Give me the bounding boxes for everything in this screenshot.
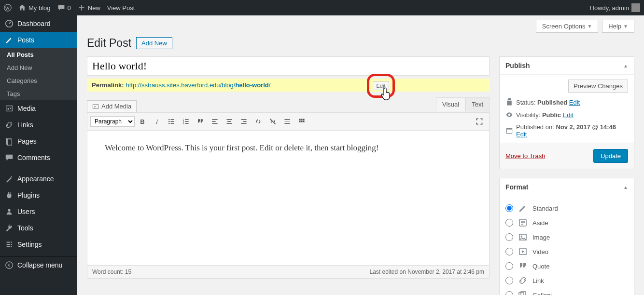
svg-point-6 <box>8 209 10 212</box>
menu-comments[interactable]: Comments <box>0 149 77 166</box>
toolbar-toggle-button[interactable] <box>295 115 308 128</box>
screen-options-button[interactable]: Screen Options ▼ <box>536 20 599 33</box>
editor-content[interactable]: Welcome to WordPress. This is your first… <box>87 131 490 266</box>
chevron-up-icon: ▲ <box>623 185 628 190</box>
blockquote-button[interactable] <box>194 115 207 128</box>
format-radio[interactable] <box>505 233 513 241</box>
site-link[interactable]: My blog <box>18 4 51 12</box>
format-option-gallery[interactable]: Gallery <box>505 288 628 295</box>
permalink-link[interactable]: http://sstrauss.sites.haverford.edu/blog… <box>126 81 270 89</box>
read-more-button[interactable] <box>280 115 294 128</box>
menu-plugins[interactable]: Plugins <box>0 187 77 203</box>
bold-button[interactable]: B <box>136 115 149 128</box>
main-content: Screen Options ▼ Help ▼ Edit Post Add Ne… <box>77 15 644 295</box>
bullet-list-button[interactable] <box>165 115 178 128</box>
publish-box: Publish▲ Preview Changes Status: Publish… <box>499 56 634 169</box>
move-to-trash-link[interactable]: Move to Trash <box>505 152 545 160</box>
howdy-label: Howdy, admin <box>590 4 629 12</box>
format-option-video[interactable]: Video <box>505 244 628 259</box>
format-radio[interactable] <box>505 262 513 270</box>
svg-rect-14 <box>170 119 174 120</box>
align-right-button[interactable] <box>237 115 251 128</box>
menu-dashboard[interactable]: Dashboard <box>0 15 77 32</box>
align-center-button[interactable] <box>223 115 236 128</box>
submenu-tags[interactable]: Tags <box>0 87 77 100</box>
post-title-input[interactable] <box>87 56 490 76</box>
submenu-all-posts[interactable]: All Posts <box>0 48 77 61</box>
format-select[interactable]: Paragraph <box>90 116 135 127</box>
chevron-down-icon: ▼ <box>587 24 592 29</box>
add-media-label: Add Media <box>101 103 131 110</box>
menu-media[interactable]: Media <box>0 100 77 117</box>
submenu-add-new[interactable]: Add New <box>0 61 77 74</box>
visibility-row: Visibility: Public Edit <box>505 111 628 119</box>
menu-tools[interactable]: Tools <box>0 220 77 236</box>
format-box-header[interactable]: Format▲ <box>500 178 634 196</box>
quote-icon <box>518 261 528 271</box>
format-option-aside[interactable]: Aside <box>505 215 628 230</box>
submenu-categories[interactable]: Categories <box>0 74 77 87</box>
format-option-standard[interactable]: Standard <box>505 201 628 215</box>
preview-changes-button[interactable]: Preview Changes <box>568 80 628 93</box>
menu-dashboard-label: Dashboard <box>17 20 51 27</box>
format-radio[interactable] <box>505 291 513 295</box>
chevron-up-icon: ▲ <box>623 63 628 68</box>
menu-settings[interactable]: Settings <box>0 236 77 253</box>
publish-box-header[interactable]: Publish▲ <box>500 57 634 75</box>
add-new-button[interactable]: Add New <box>136 37 172 49</box>
svg-point-8 <box>11 244 12 245</box>
edit-date-link[interactable]: Edit <box>516 131 527 138</box>
format-radio[interactable] <box>505 219 513 227</box>
format-box: Format▲ StandardAsideImageVideoQuoteLink… <box>499 178 634 295</box>
help-label: Help <box>608 23 621 30</box>
format-label: Gallery <box>532 292 552 295</box>
fullscreen-button[interactable] <box>473 115 486 128</box>
new-link[interactable]: New <box>78 4 100 12</box>
format-radio[interactable] <box>505 248 513 255</box>
menu-appearance[interactable]: Appearance <box>0 171 77 187</box>
status-row: Status: Published Edit <box>505 98 628 106</box>
menu-tools-label: Tools <box>17 224 33 232</box>
update-button[interactable]: Update <box>593 149 628 163</box>
svg-point-15 <box>168 121 169 122</box>
unlink-button[interactable] <box>266 115 280 128</box>
align-left-button[interactable] <box>208 115 222 128</box>
format-option-link[interactable]: Link <box>505 273 628 288</box>
svg-rect-50 <box>521 292 526 295</box>
permalink-trail: / <box>269 81 271 89</box>
svg-point-17 <box>168 123 169 124</box>
format-label: Aside <box>532 219 548 227</box>
comments-link[interactable]: 0 <box>57 4 71 12</box>
tab-visual[interactable]: Visual <box>436 97 465 111</box>
menu-posts[interactable]: Posts <box>0 32 77 48</box>
svg-rect-41 <box>301 121 302 122</box>
format-radio[interactable] <box>505 204 513 212</box>
number-list-button[interactable]: 123 <box>179 115 193 128</box>
view-post-link[interactable]: View Post <box>107 4 135 12</box>
italic-button[interactable]: I <box>150 115 164 128</box>
menu-pages[interactable]: Pages <box>0 133 77 149</box>
svg-rect-44 <box>506 128 512 129</box>
svg-rect-39 <box>303 119 304 120</box>
edit-status-link[interactable]: Edit <box>569 99 580 106</box>
link-button[interactable] <box>252 115 265 128</box>
svg-rect-37 <box>299 119 300 120</box>
tab-text[interactable]: Text <box>465 97 490 111</box>
svg-rect-34 <box>284 119 290 120</box>
format-radio[interactable] <box>505 277 513 284</box>
format-option-image[interactable]: Image <box>505 230 628 244</box>
menu-links[interactable]: Links <box>0 117 77 133</box>
format-option-quote[interactable]: Quote <box>505 259 628 273</box>
svg-point-9 <box>11 246 12 247</box>
howdy-link[interactable]: Howdy, admin <box>590 3 640 12</box>
menu-collapse[interactable]: Collapse menu <box>0 256 77 273</box>
svg-rect-18 <box>170 123 174 124</box>
permalink-row: Permalink: http://sstrauss.sites.haverfo… <box>87 79 490 92</box>
add-media-button[interactable]: Add Media <box>87 100 137 112</box>
help-button[interactable]: Help ▼ <box>602 20 634 33</box>
gallery-icon <box>518 290 528 295</box>
avatar-icon <box>631 3 640 12</box>
edit-visibility-link[interactable]: Edit <box>563 111 574 119</box>
menu-users[interactable]: Users <box>0 203 77 220</box>
wp-logo[interactable] <box>4 4 12 12</box>
